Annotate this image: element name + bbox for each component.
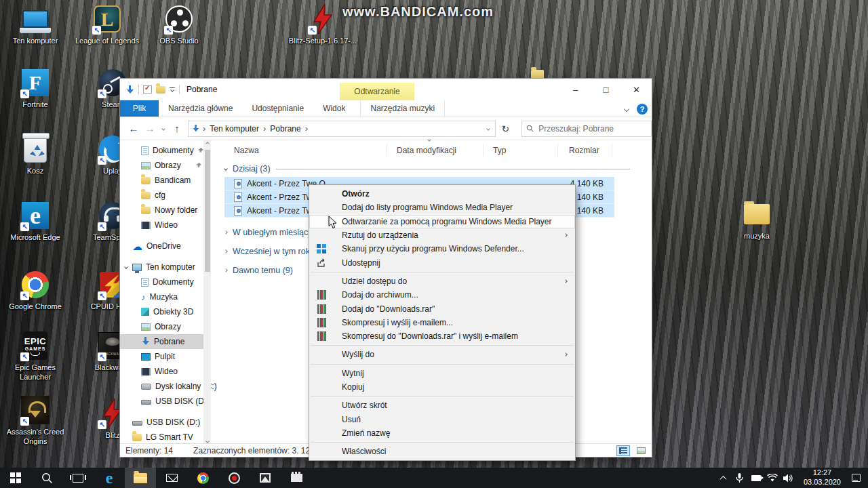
address-dropdown-icon[interactable] bbox=[486, 127, 490, 131]
nav-item-dokumenty-pc[interactable]: Dokumenty bbox=[120, 274, 211, 289]
chevron-right-icon[interactable] bbox=[224, 249, 228, 253]
menu-item-dodaj-do-archiwum[interactable]: Dodaj do archiwum... bbox=[309, 288, 575, 302]
desktop-icon-kosz[interactable]: Kosz bbox=[4, 134, 66, 176]
start-button[interactable] bbox=[0, 468, 31, 488]
menu-item-wytnij[interactable]: Wytnij bbox=[309, 367, 575, 380]
breadcrumb-ten-komputer[interactable]: Ten komputer bbox=[208, 124, 260, 134]
microphone-tray-icon[interactable] bbox=[732, 473, 748, 483]
column-header-nazwa[interactable]: Nazwa bbox=[224, 144, 387, 157]
nav-item-obrazy[interactable]: Obrazy bbox=[120, 158, 211, 173]
column-header-rozmiar[interactable]: Rozmiar bbox=[558, 144, 612, 157]
menu-item-skompresuj-i-wyslij[interactable]: Skompresuj i wyślij e-mailem... bbox=[309, 316, 575, 329]
help-icon[interactable]: ? bbox=[637, 104, 648, 115]
taskbar-film-button[interactable] bbox=[281, 468, 312, 488]
address-bar[interactable]: › Ten komputer › Pobrane › bbox=[188, 121, 496, 137]
desktop-icon-fortnite[interactable]: F Fortnite bbox=[4, 68, 66, 110]
menu-item-dodaj-do-downloads-rar[interactable]: Dodaj do "Downloads.rar" bbox=[309, 302, 575, 315]
menu-item-wlasciwosci[interactable]: Właściwości bbox=[309, 445, 575, 458]
wifi-tray-icon[interactable] bbox=[764, 474, 781, 482]
taskbar-bandicam-button[interactable] bbox=[218, 468, 250, 488]
taskbar-mail-button[interactable] bbox=[156, 468, 187, 488]
chevron-down-icon[interactable] bbox=[124, 265, 128, 269]
close-button[interactable]: ✕ bbox=[621, 79, 652, 100]
maximize-button[interactable]: □ bbox=[591, 79, 621, 100]
customize-toolbar-icon[interactable] bbox=[170, 87, 175, 92]
desktop-icon-blitz-setup[interactable]: Blitz-Setup-1.6.17-... bbox=[292, 4, 354, 46]
desktop-icon-ten-komputer[interactable]: Ten komputer bbox=[4, 4, 66, 46]
refresh-icon[interactable]: ↻ bbox=[496, 123, 515, 134]
desktop-icon-google-chrome[interactable]: Google Chrome bbox=[4, 270, 66, 312]
tab-plik[interactable]: Plik bbox=[120, 100, 159, 117]
tab-narzedzia-glowne[interactable]: Narzędzia główne bbox=[159, 100, 242, 117]
column-header-data-modyfikacji[interactable]: Data modyfikacji bbox=[387, 144, 484, 157]
properties-icon[interactable] bbox=[143, 85, 152, 94]
taskbar-file-explorer-button[interactable] bbox=[125, 468, 156, 488]
tab-widok[interactable]: Widok bbox=[313, 100, 355, 117]
nav-item-obiekty-3d[interactable]: Obiekty 3D bbox=[120, 304, 211, 319]
task-view-button[interactable] bbox=[62, 468, 94, 488]
tray-expand-button[interactable] bbox=[715, 476, 732, 481]
desktop-icon-muzyka[interactable]: muzyka bbox=[726, 199, 788, 241]
menu-item-skanuj-windows-defender[interactable]: Skanuj przy użyciu programu Windows Defe… bbox=[309, 242, 575, 256]
nav-item-pobrane[interactable]: Pobrane bbox=[120, 334, 211, 349]
nav-item-cfg[interactable]: cfg bbox=[120, 188, 211, 203]
nav-item-ten-komputer[interactable]: Ten komputer bbox=[120, 260, 211, 274]
menu-item-skompresuj-do-downloads-rar[interactable]: Skompresuj do "Downloads.rar" i wyślij e… bbox=[309, 329, 575, 343]
taskbar-search-button[interactable] bbox=[31, 468, 62, 488]
menu-item-dodaj-do-listy-wmp[interactable]: Dodaj do listy programu Windows Media Pl… bbox=[309, 201, 575, 214]
action-center-button[interactable] bbox=[848, 474, 864, 482]
nav-item-dysk-c[interactable]: Dysk lokalny (C:) bbox=[120, 379, 211, 394]
menu-item-zmien-nazwe[interactable]: Zmień nazwę bbox=[309, 426, 575, 440]
menu-item-wyslij-do[interactable]: Wyślij do bbox=[309, 348, 575, 361]
up-button[interactable]: ↑ bbox=[169, 123, 185, 134]
nav-item-lg-smart-tv[interactable]: LG Smart TV bbox=[120, 430, 211, 445]
back-button[interactable]: ← bbox=[125, 123, 142, 134]
tab-narzedzia-muzyki[interactable]: Narzędzia muzyki bbox=[360, 100, 445, 117]
search-input[interactable]: Przeszukaj: Pobrane bbox=[521, 121, 652, 137]
minimize-button[interactable]: – bbox=[560, 79, 591, 100]
chevron-right-icon[interactable] bbox=[224, 268, 228, 272]
desktop-icon-epic-games[interactable]: EPICGAMES Epic Games Launcher bbox=[4, 331, 66, 382]
nav-item-obrazy-pc[interactable]: Obrazy bbox=[120, 319, 211, 334]
title-bar[interactable]: Pobrane Odtwarzanie – □ ✕ bbox=[120, 79, 652, 100]
breadcrumb-pobrane[interactable]: Pobrane bbox=[269, 124, 302, 134]
menu-item-udostepnij[interactable]: Udostępnij bbox=[309, 256, 575, 269]
menu-item-kopiuj[interactable]: Kopiuj bbox=[309, 380, 575, 394]
menu-item-rzutuj-do-urzadzenia[interactable]: Rzutuj do urządzenia bbox=[309, 228, 575, 242]
camera-tray-icon[interactable] bbox=[748, 475, 764, 481]
menu-item-odtwarzanie-wmp[interactable]: Odtwarzanie za pomocą programu Windows M… bbox=[309, 215, 575, 228]
scroll-down-icon[interactable] bbox=[205, 439, 210, 443]
nav-item-bandicam[interactable]: Bandicam bbox=[120, 173, 211, 188]
desktop-icon-obs-studio[interactable]: OBS Studio bbox=[148, 4, 210, 46]
thumbnails-view-button[interactable] bbox=[634, 445, 648, 456]
menu-item-udziel-dostepu-do[interactable]: Udziel dostępu do bbox=[309, 274, 575, 288]
nav-item-wideo[interactable]: Wideo bbox=[120, 218, 211, 232]
scroll-up-icon[interactable] bbox=[205, 142, 210, 146]
taskbar-edge-button[interactable]: e bbox=[94, 468, 125, 488]
menu-item-usun[interactable]: Usuń bbox=[309, 412, 575, 426]
desktop-icon-microsoft-edge[interactable]: e Microsoft Edge bbox=[4, 201, 66, 243]
nav-item-onedrive[interactable]: ☁OneDrive bbox=[120, 239, 211, 253]
recent-locations-icon[interactable] bbox=[161, 127, 165, 131]
nav-item-usb-d-root[interactable]: USB DISK (D:) bbox=[120, 415, 211, 430]
expand-ribbon-icon[interactable] bbox=[624, 106, 629, 111]
taskbar-clock[interactable]: 12:27 03.03.2020 bbox=[797, 468, 848, 487]
scrollbar-thumb[interactable] bbox=[205, 150, 210, 272]
menu-item-otworz[interactable]: Otwórz bbox=[309, 187, 575, 201]
volume-tray-icon[interactable] bbox=[781, 474, 797, 483]
desktop-icon-league-of-legends[interactable]: L League of Legends bbox=[76, 4, 138, 46]
chevron-right-icon[interactable] bbox=[224, 230, 228, 235]
details-view-button[interactable] bbox=[616, 445, 630, 456]
column-header-typ[interactable]: Typ bbox=[484, 144, 558, 157]
nav-item-dokumenty[interactable]: Dokumenty bbox=[120, 143, 211, 158]
nav-item-wideo-pc[interactable]: Wideo bbox=[120, 364, 211, 379]
nav-item-usb-d[interactable]: USB DISK (D:) bbox=[120, 394, 211, 409]
new-folder-icon[interactable] bbox=[156, 86, 165, 94]
forward-button[interactable]: → bbox=[142, 123, 158, 134]
taskbar-photos-button[interactable] bbox=[250, 468, 281, 488]
nav-item-pulpit[interactable]: Pulpit bbox=[120, 349, 211, 364]
nav-item-nowy-folder[interactable]: Nowy folder bbox=[120, 203, 211, 218]
desktop-icon-assassins-creed[interactable]: Assassin's Creed Origins bbox=[4, 395, 66, 447]
tab-udostepnianie[interactable]: Udostępnianie bbox=[242, 100, 313, 117]
menu-item-utworz-skrot[interactable]: Utwórz skrót bbox=[309, 399, 575, 412]
